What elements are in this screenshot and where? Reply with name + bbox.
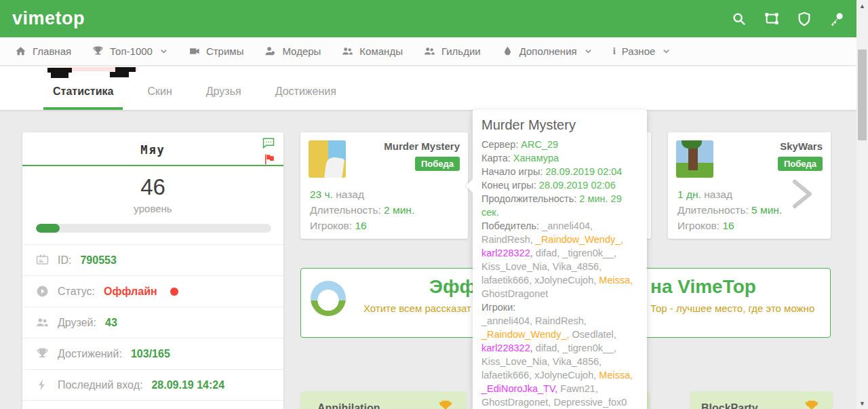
player-name-link[interactable]: Fawn21 <box>560 383 598 394</box>
game-title: BlockParty <box>701 402 758 409</box>
gallery-icon[interactable] <box>764 12 779 26</box>
player-name-link[interactable]: Vika_4856 <box>553 261 601 272</box>
match-time-ago: 1 дн. назад <box>677 187 782 202</box>
player-name-link[interactable]: _Raindow_Wendy_ <box>536 234 624 245</box>
nav-item-streams[interactable]: Стримы <box>189 45 244 57</box>
lightning-icon <box>36 378 49 391</box>
trophy-icon <box>438 400 453 409</box>
player-name-link[interactable]: Vika_4856 <box>553 356 601 367</box>
tooltip-field: Начало игры: 28.09.2019 02:04 <box>481 165 638 178</box>
scroll-up-icon[interactable]: ▲ <box>856 0 868 12</box>
match-players: Игроков: 16 <box>310 218 414 233</box>
promo-title-fragment-right: на VimeTop <box>650 276 756 298</box>
stat-row-id: ID: 790553 <box>22 244 283 275</box>
promo-subtitle-fragment-left: Хотите всем рассказат <box>363 303 471 314</box>
id-card-icon <box>36 254 49 267</box>
nav-label: Разное <box>622 45 656 57</box>
stat-label: Последний вход: <box>58 379 142 391</box>
match-card-murder-mystery[interactable]: Murder Mystery Победа 23 ч. назад Длител… <box>300 132 468 239</box>
key-icon[interactable] <box>829 12 844 26</box>
info-icon: i <box>613 45 616 57</box>
tooltip-arrow <box>466 179 479 193</box>
report-flag-icon[interactable] <box>263 153 275 165</box>
team-icon <box>342 45 353 57</box>
nav-label: Стримы <box>206 45 244 57</box>
nav-item-home[interactable]: Главная <box>15 45 71 57</box>
tab-statistics[interactable]: Статистика <box>46 85 120 110</box>
player-name-link[interactable]: _EdiNoroJka_TV <box>481 383 560 394</box>
chevron-down-icon <box>585 47 592 55</box>
nav-label: Модеры <box>282 45 321 57</box>
player-name-link[interactable]: difad <box>536 343 563 353</box>
nav-label: Гильдии <box>441 45 481 57</box>
friends-icon <box>36 316 49 329</box>
player-name-link[interactable]: Depressive_fox0 <box>553 397 627 408</box>
nav-item-top1000[interactable]: Топ-1000 <box>92 45 167 57</box>
game-card-annihilation[interactable]: Annihilation <box>300 391 467 409</box>
tooltip-field: Сервер: ARC_29 <box>481 138 638 151</box>
player-name-link[interactable]: _anneli404 <box>481 315 535 326</box>
nav-item-guilds[interactable]: Гильдии <box>424 45 481 57</box>
nav-item-misc[interactable]: i Разное <box>613 45 671 57</box>
nav-label: Команды <box>359 45 403 57</box>
promo-title-fragment-left: Эфф <box>429 276 476 298</box>
player-name-link[interactable]: _Raindow_Wendy_ <box>481 329 572 340</box>
winner-label: Победитель: <box>481 220 542 231</box>
stat-row-last-login: Последний вход: 28.09.19 14:24 <box>22 369 283 400</box>
player-name-link[interactable]: xJolyneCujoh <box>534 370 599 381</box>
tab-achievements[interactable]: Достижения <box>269 85 343 110</box>
page-scrollbar[interactable]: ▲ ▼ <box>856 0 868 409</box>
player-name-link[interactable]: _tigren0k__ <box>562 248 616 258</box>
player-name-link[interactable]: Kiss_Love_Nia <box>481 356 553 367</box>
player-name-link[interactable]: RaindResh <box>481 234 536 245</box>
match-meta: 1 дн. назад Длительность: 5 мин. Игроков… <box>677 187 782 233</box>
scroll-down-icon[interactable]: ▼ <box>856 397 868 409</box>
tooltip-players: _anneli404RaindResh_Raindow_Wendy_Osedla… <box>481 314 638 409</box>
player-name-link[interactable]: lafaetik666 <box>481 275 534 286</box>
player-name-link[interactable]: karl228322 <box>481 248 536 258</box>
nav-item-additions[interactable]: Дополнения <box>502 45 592 57</box>
shield-icon[interactable] <box>797 12 812 26</box>
player-name-link[interactable]: difad <box>536 248 563 258</box>
match-meta: 23 ч. назад Длительность: 2 мин. Игроков… <box>310 187 414 233</box>
player-name-link[interactable]: _anneli404 <box>542 220 593 231</box>
search-icon[interactable] <box>732 12 747 26</box>
player-name-link[interactable]: GhostDragonet <box>481 397 553 408</box>
nav-item-teams[interactable]: Команды <box>342 45 403 57</box>
player-name-link[interactable]: Meissa <box>599 275 633 286</box>
player-name-link[interactable]: karl228322 <box>481 343 536 353</box>
header-actions <box>732 12 844 26</box>
stat-value: 790553 <box>80 254 116 267</box>
stat-value: Оффлайн <box>104 286 157 298</box>
player-name-link[interactable]: GhostDragonet <box>481 288 548 299</box>
nav-item-moders[interactable]: Модеры <box>264 45 321 57</box>
player-name-link[interactable]: Kiss_Love_Nia <box>481 261 553 272</box>
players-label: Игроки: <box>481 300 638 314</box>
video-icon <box>189 45 200 57</box>
tab-skin[interactable]: Скин <box>140 85 178 110</box>
tab-friends[interactable]: Друзья <box>199 85 248 110</box>
stat-label: Статус: <box>58 286 95 298</box>
app-logo[interactable]: vimetop <box>12 8 85 29</box>
profile-header: Статистика Скин Друзья Достижения <box>0 66 856 110</box>
stat-value: 28.09.19 14:24 <box>151 379 224 391</box>
stat-label: Достижений: <box>58 348 122 360</box>
player-name-link[interactable]: RaindResh <box>535 315 587 326</box>
promo-avatar <box>311 281 346 316</box>
game-title: Annihilation <box>317 402 380 409</box>
stat-row-status: Статус: Оффлайн <box>22 275 283 307</box>
player-name-link[interactable]: xJolyneCujoh <box>534 275 599 286</box>
carousel-next-icon[interactable] <box>790 178 814 210</box>
player-name: Мяу <box>22 143 283 157</box>
player-name-link[interactable]: _tigren0k__ <box>562 343 616 353</box>
player-name-link[interactable]: Osedlatel <box>572 329 616 340</box>
game-card-blockparty[interactable]: BlockParty <box>690 391 833 409</box>
player-name-link[interactable]: lafaetik666 <box>481 370 534 381</box>
match-duration: Длительность: 5 мин. <box>677 202 782 218</box>
scrollbar-thumb[interactable] <box>858 50 867 140</box>
match-thumbnail <box>676 140 713 178</box>
victory-badge: Победа <box>415 157 460 171</box>
player-name-link[interactable]: Meissa <box>599 370 633 381</box>
chat-icon[interactable] <box>262 136 275 150</box>
promo-subtitle-fragment-right: Тор - лучшее место, где это можно <box>650 303 814 314</box>
